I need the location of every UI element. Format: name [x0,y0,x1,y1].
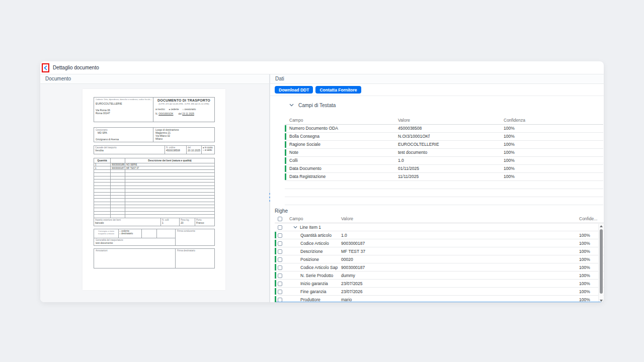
field-valore[interactable]: mario [338,296,576,303]
scrollbar-up-icon[interactable] [600,225,603,227]
document-panel-header: Documento [40,74,269,84]
testata-row: Ragione SocialeEUROCOLTELLERIE100% [285,140,603,148]
ddt-ordine-date: 20.10.2025 [188,149,200,152]
righe-column-header-valore[interactable]: Valore [338,215,576,223]
field-campo: Note [285,148,394,156]
column-header-campo[interactable]: Campo [285,116,394,124]
field-valore[interactable]: 00020 [338,255,576,263]
field-campo: Colli [285,156,394,164]
ddt-peso-value: 20 [181,221,194,224]
goods-column-header-1 [111,158,125,163]
download-ddt-button[interactable]: Download DDT [275,86,313,94]
ddt-cessionario-name: MD SPA [96,131,151,134]
righe-section-title: Righe [275,208,604,214]
field-campo: Numero Documento ODA [285,124,394,132]
field-confidenza: 100% [500,164,603,172]
ddt-sender-name: EUROCOLTELLERIE [96,102,151,105]
table-focus-edge [276,302,604,302]
row-checkbox[interactable] [278,290,282,294]
field-campo: Data Documento [285,164,394,172]
collapse-testata-button[interactable] [289,104,294,107]
righe-row: Fine garanzia23/07/2026100% [275,288,604,296]
ddt-title: DOCUMENTO DI TRASPORTO [155,99,212,102]
radio-cessionario-icon: ○ cessionario [182,108,196,111]
testata-row: Bolla ConsegnaN.OI3/10001OKf100% [285,132,603,140]
field-valore[interactable]: 23/07/2025 [338,280,576,288]
righe-row: DescrizioneMF TEST 37100% [275,247,604,255]
ddt-sender-addr2: Roma 00147 [96,112,151,115]
ddt-cessionario-city: Gricignano di Aversa [96,138,151,141]
field-campo: Data Registrazione [285,172,394,180]
righe-header-row: Campo Valore Confide... [275,215,604,223]
field-valore: 4500038508 [394,124,500,132]
testata-empty-row [285,189,603,197]
righe-column-header-campo[interactable]: Campo [285,215,338,223]
ddt-document-preview: Cedente: Ditta, dipendenza, domicilio o … [83,89,225,290]
row-checkbox[interactable] [278,241,282,246]
select-all-checkbox[interactable] [278,217,282,221]
row-select-cell [275,231,285,239]
field-campo: Fine garanzia [285,288,338,296]
row-checkbox[interactable] [278,265,282,270]
righe-row: Codice Articolo9003000187100% [275,239,604,247]
document-viewer[interactable]: Cedente: Ditta, dipendenza, domicilio o … [40,84,269,302]
column-header-valore[interactable]: Valore [394,116,500,124]
righe-row: Quantità articolo1.0100% [275,231,604,239]
row-select-cell [275,223,285,231]
ddt-a-mezzo-label: a mezzo: [155,108,165,111]
righe-table: Campo Valore Confide... Line Item 1Quant… [275,215,604,303]
scrollbar-thumb[interactable] [600,229,603,294]
row-checkbox[interactable] [278,225,282,230]
righe-row: N. Serie Prodottodummy100% [275,272,604,280]
field-campo: Quantità articolo [285,231,338,239]
ddt-porto-value: Franco [196,221,213,224]
ddt-firma-conducente-label: Firma conducente [177,230,213,232]
ddt-ordine-value: 4500038508 [166,149,185,152]
ddt-colli-value: 1 [162,221,178,224]
line-item-label: Line Item 1 [300,225,321,230]
righe-row: Posizione00020100% [275,255,604,263]
righe-column-header-confidenza[interactable]: Confide... [576,215,604,223]
testata-section-title: Campi di Testata [298,103,336,108]
ddt-aspetto-value: bancale [95,221,159,224]
goods-cell-1: 9003000187 [111,166,125,169]
righe-scrollbar[interactable] [598,224,603,303]
testata-row: Numero Documento ODA4500038508100% [285,124,603,132]
line-item-group-row[interactable]: Line Item 1 [275,223,604,231]
column-header-confidenza[interactable]: Confidenza [500,116,603,124]
radio-consegna-destinatario-icon: ○ destinatario [119,232,141,235]
row-checkbox[interactable] [278,282,282,286]
chevron-left-icon [44,65,47,70]
ddt-consegna-label: Consegna o inizio trasporto a mezzo [95,230,118,235]
righe-row: Codice Articolo Sap9003000187100% [275,263,604,272]
field-valore[interactable]: 9003000187 [338,263,576,272]
testata-row: Colli1.0100% [285,156,603,164]
field-valore[interactable]: 23/07/2026 [338,288,576,296]
titlebar: Dettaglio documento [40,61,604,74]
field-campo: Inizio garanzia [285,280,338,288]
chevron-down-icon[interactable] [293,226,297,229]
row-select-cell [275,263,285,272]
row-select-cell [275,255,285,263]
field-valore[interactable]: 9003000187 [338,239,576,247]
row-checkbox[interactable] [278,233,282,238]
row-checkbox[interactable] [278,249,282,254]
back-button[interactable] [43,64,48,71]
field-confidenza: 100% [500,148,603,156]
line-item-label-cell: Line Item 1 [285,223,338,231]
testata-row: Notetest documento100% [285,148,603,156]
data-toolbar: Download DDT Contatta Fornitore [270,84,604,96]
righe-row: Inizio garanzia23/07/2025100% [275,280,604,288]
ddt-trasportatore-value: test documento [96,241,174,244]
data-panel: Dati Download DDT Contatta Fornitore Cam… [270,74,604,302]
ddt-sender-label: Cedente: Ditta, dipendenza, domicilio o … [96,99,151,101]
field-valore[interactable]: 1.0 [338,231,576,239]
row-checkbox[interactable] [278,257,282,262]
field-valore[interactable]: dummy [338,272,576,280]
row-checkbox[interactable] [278,274,282,278]
ddt-causale-value: Vendita [95,149,164,152]
field-confidenza: 100% [500,156,603,164]
contatta-fornitore-button[interactable]: Contatta Fornitore [315,86,361,94]
field-valore: test documento [394,148,500,156]
row-select-cell [275,288,285,296]
